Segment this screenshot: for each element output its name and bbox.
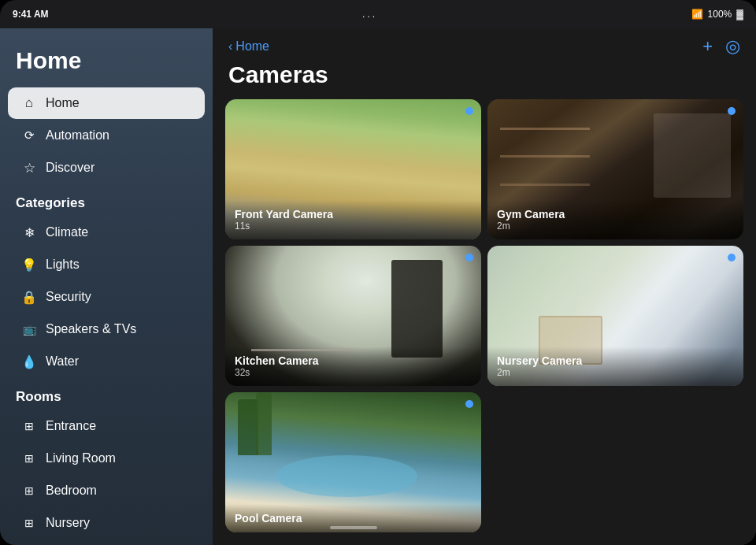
back-label: Home — [235, 39, 269, 54]
sidebar-item-climate-label: Climate — [46, 225, 88, 239]
camera-overlay-front-yard: Front Yard Camera 11s — [225, 200, 481, 239]
sidebar-item-water[interactable]: 💧 Water — [8, 346, 205, 377]
security-icon: 🔒 — [20, 288, 38, 306]
discover-icon: ☆ — [20, 159, 38, 176]
status-right: 📶 100% ▓ — [691, 9, 743, 20]
speakers-tvs-icon: 📺 — [20, 321, 38, 338]
wifi-icon: 📶 — [691, 9, 703, 20]
sidebar-item-lights-label: Lights — [46, 258, 80, 272]
back-button[interactable]: ‹ Home — [228, 39, 269, 54]
camera-dot-nursery — [728, 254, 736, 261]
app-layout: Home ⌂ Home ⟳ Automation ☆ Discover Cate… — [0, 0, 756, 545]
page-title: Cameras — [213, 57, 756, 99]
camera-time-kitchen: 32s — [235, 367, 472, 378]
status-time: 9:41 AM — [13, 9, 49, 20]
add-button[interactable]: + — [702, 36, 713, 57]
camera-card-nursery[interactable]: Nursery Camera 2m — [487, 246, 743, 386]
camera-card-gym[interactable]: Gym Camera 2m — [487, 99, 743, 239]
sidebar-item-lights[interactable]: 💡 Lights — [8, 249, 205, 280]
sidebar-item-security-label: Security — [46, 290, 91, 304]
sidebar-item-home[interactable]: ⌂ Home — [8, 87, 205, 119]
rooms-title: Rooms — [0, 378, 213, 410]
sidebar-item-automation[interactable]: ⟳ Automation — [8, 120, 205, 151]
cameras-grid: Front Yard Camera 11s — [213, 99, 756, 545]
sidebar-item-security[interactable]: 🔒 Security — [8, 281, 205, 313]
categories-title: Categories — [0, 184, 213, 216]
sidebar-item-living-room-label: Living Room — [46, 451, 116, 465]
camera-name-gym: Gym Camera — [497, 208, 734, 221]
lights-icon: 💡 — [20, 256, 38, 273]
scroll-indicator — [330, 526, 377, 529]
sidebar-item-climate[interactable]: ❄ Climate — [8, 217, 205, 248]
climate-icon: ❄ — [20, 224, 38, 241]
sidebar-item-entrance-label: Entrance — [46, 419, 96, 433]
back-chevron-icon: ‹ — [228, 39, 232, 54]
sidebar-item-discover-label: Discover — [46, 161, 94, 175]
sidebar-item-nursery[interactable]: ⊞ Nursery — [8, 507, 205, 539]
camera-dot-pool — [465, 400, 473, 408]
sidebar-item-home-label: Home — [46, 96, 80, 110]
sidebar-item-water-label: Water — [46, 354, 79, 369]
water-icon: 💧 — [20, 353, 38, 370]
battery-label: 100% — [708, 9, 732, 20]
sidebar-item-kitchen[interactable]: ⊞ Kitchen — [8, 539, 205, 545]
header-actions: + ◎ — [702, 36, 740, 57]
camera-name-pool: Pool Camera — [235, 512, 472, 525]
camera-name-nursery: Nursery Camera — [497, 354, 734, 367]
status-bar: 9:41 AM ... 📶 100% ▓ — [0, 0, 756, 28]
main-header: ‹ Home + ◎ — [213, 28, 756, 57]
nursery-icon: ⊞ — [20, 514, 38, 532]
battery-icon: ▓ — [736, 9, 743, 20]
camera-name-front-yard: Front Yard Camera — [235, 208, 472, 221]
sidebar-item-automation-label: Automation — [46, 128, 109, 143]
entrance-icon: ⊞ — [20, 417, 38, 435]
camera-dot-front-yard — [465, 107, 473, 115]
camera-card-pool[interactable]: Pool Camera — [225, 392, 481, 532]
camera-dot-gym — [728, 107, 736, 115]
sidebar-item-discover[interactable]: ☆ Discover — [8, 152, 205, 184]
sidebar-item-nursery-label: Nursery — [46, 516, 90, 530]
living-room-icon: ⊞ — [20, 450, 38, 467]
sidebar: Home ⌂ Home ⟳ Automation ☆ Discover Cate… — [0, 28, 213, 545]
camera-overlay-kitchen: Kitchen Camera 32s — [225, 347, 481, 386]
main-content: ‹ Home + ◎ Cameras Front Yard Camera 1 — [213, 28, 756, 545]
camera-name-kitchen: Kitchen Camera — [235, 354, 472, 367]
camera-card-kitchen[interactable]: Kitchen Camera 32s — [225, 246, 481, 386]
sidebar-item-living-room[interactable]: ⊞ Living Room — [8, 443, 205, 474]
sidebar-title: Home — [0, 38, 213, 87]
camera-time-nursery: 2m — [497, 367, 734, 378]
camera-overlay-gym: Gym Camera 2m — [487, 200, 743, 239]
home-icon: ⌂ — [20, 95, 38, 112]
sidebar-item-bedroom[interactable]: ⊞ Bedroom — [8, 475, 205, 506]
camera-card-front-yard[interactable]: Front Yard Camera 11s — [225, 99, 481, 239]
bedroom-icon: ⊞ — [20, 482, 38, 499]
camera-time-front-yard: 11s — [235, 221, 472, 232]
sidebar-item-speakers-tvs-label: Speakers & TVs — [46, 322, 136, 336]
camera-dot-kitchen — [465, 254, 473, 261]
camera-time-gym: 2m — [497, 221, 734, 232]
profile-button[interactable]: ◎ — [725, 36, 740, 57]
status-dots: ... — [362, 9, 377, 20]
automation-icon: ⟳ — [20, 127, 38, 144]
sidebar-item-bedroom-label: Bedroom — [46, 484, 97, 498]
camera-overlay-nursery: Nursery Camera 2m — [487, 347, 743, 386]
sidebar-item-entrance[interactable]: ⊞ Entrance — [8, 410, 205, 442]
sidebar-item-speakers-tvs[interactable]: 📺 Speakers & TVs — [8, 313, 205, 345]
device-frame: 9:41 AM ... 📶 100% ▓ Home ⌂ Home ⟳ Autom… — [0, 0, 756, 545]
